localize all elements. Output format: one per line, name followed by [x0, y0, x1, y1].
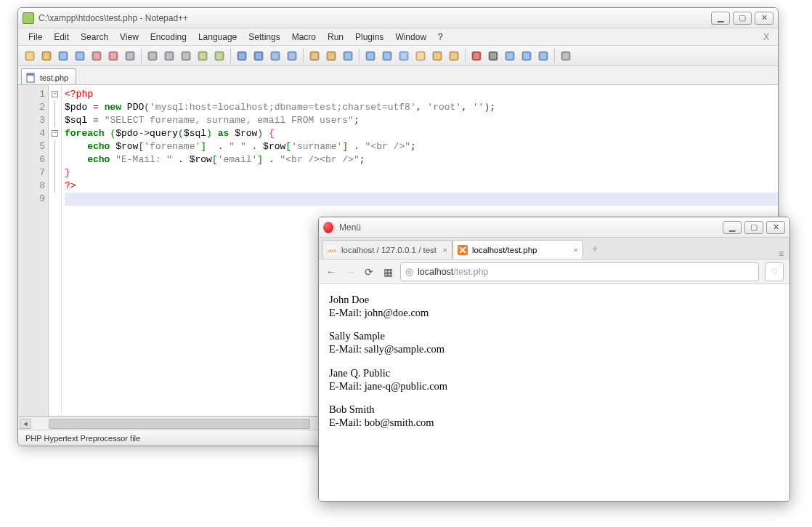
- open-file-icon[interactable]: [39, 49, 54, 63]
- code-line[interactable]: echo $row['forename'] . " " . $row['surn…: [65, 140, 778, 153]
- udl-icon[interactable]: [397, 49, 411, 63]
- npp-titlebar[interactable]: C:\xampp\htdocs\test.php - Notepad++ ▁ ▢…: [18, 8, 778, 28]
- svg-rect-59: [540, 53, 546, 59]
- scrollbar-thumb[interactable]: [49, 419, 310, 429]
- code-line[interactable]: $sql = "SELECT forename, surname, email …: [65, 114, 778, 127]
- fold-toggle-icon[interactable]: −: [52, 91, 58, 97]
- svg-rect-61: [563, 53, 569, 59]
- forward-button[interactable]: →: [344, 265, 357, 278]
- fold-guide: [54, 153, 55, 166]
- paste-icon[interactable]: [179, 49, 193, 63]
- speed-dial-button[interactable]: ▦: [381, 265, 394, 278]
- code-line[interactable]: [65, 193, 778, 206]
- menu-edit[interactable]: Edit: [48, 30, 75, 44]
- new-file-icon[interactable]: [23, 49, 37, 63]
- copy-icon[interactable]: [162, 49, 176, 63]
- fold-toggle-icon[interactable]: −: [52, 130, 58, 137]
- sync-h-icon[interactable]: [324, 49, 338, 63]
- opera-titlebar[interactable]: Menü ▁ ▢ ✕: [319, 217, 789, 238]
- line-number: 7: [18, 166, 45, 180]
- monitor-icon[interactable]: [559, 49, 573, 63]
- svg-rect-53: [490, 53, 496, 59]
- scroll-left-button[interactable]: ◄: [20, 419, 31, 429]
- url-field[interactable]: localhost/test.php: [418, 267, 754, 277]
- code-line[interactable]: $pdo = new PDO('mysql:host=localhost;dbn…: [65, 101, 778, 114]
- npp-menu-close-x[interactable]: X: [759, 32, 774, 42]
- svg-rect-9: [94, 53, 100, 59]
- zoom-out-icon[interactable]: [285, 49, 299, 63]
- line-number: 4: [18, 127, 45, 140]
- line-number: 2: [18, 101, 45, 114]
- cut-icon[interactable]: [145, 49, 160, 63]
- menu-file[interactable]: File: [23, 30, 48, 44]
- play-multi-icon[interactable]: [519, 49, 534, 63]
- menu-macro[interactable]: Macro: [286, 30, 322, 44]
- menu-view[interactable]: View: [114, 30, 145, 44]
- code-line[interactable]: }: [65, 166, 778, 180]
- browser-tab-active[interactable]: localhost/test.php×: [452, 240, 583, 259]
- tabs-menu-icon[interactable]: ≡: [779, 249, 784, 259]
- tab-close-icon[interactable]: ×: [573, 246, 578, 254]
- menu-settings[interactable]: Settings: [243, 30, 285, 44]
- opera-menu-button[interactable]: Menü: [339, 222, 361, 233]
- record-icon[interactable]: [469, 49, 484, 63]
- doc-map-icon[interactable]: [413, 49, 428, 63]
- folder-icon[interactable]: [447, 49, 461, 63]
- save-icon[interactable]: [56, 49, 70, 63]
- opera-close-button[interactable]: ✕: [766, 221, 785, 234]
- code-line[interactable]: <?php: [65, 88, 778, 101]
- browser-tab[interactable]: pMAlocalhost / 127.0.0.1 / test×: [322, 240, 452, 259]
- redo-icon[interactable]: [212, 49, 227, 63]
- toolbar-separator: [141, 49, 142, 63]
- result-record: John DoeE-Mail: john@doe.com: [329, 293, 779, 319]
- npp-tabstrip: test.php: [18, 66, 778, 85]
- save-all-icon[interactable]: [73, 49, 87, 63]
- fold-guide: [54, 101, 55, 114]
- opera-maximize-button[interactable]: ▢: [744, 221, 763, 234]
- svg-rect-47: [434, 53, 440, 59]
- result-email: E-Mail: sally@sample.com: [329, 342, 779, 355]
- npp-tab-active[interactable]: test.php: [21, 68, 76, 84]
- replace-icon[interactable]: [251, 49, 266, 63]
- fold-guide: [54, 114, 55, 127]
- opera-minimize-button[interactable]: ▁: [723, 221, 742, 234]
- menu-run[interactable]: Run: [322, 30, 349, 44]
- code-line[interactable]: echo "E-Mail: " . $row['email'] . "<br /…: [65, 153, 778, 166]
- func-list-icon[interactable]: [430, 49, 444, 63]
- indent-guide-icon[interactable]: [380, 49, 394, 63]
- back-button[interactable]: ←: [325, 265, 338, 278]
- menu-encoding[interactable]: Encoding: [145, 30, 192, 44]
- site-info-icon[interactable]: ◎: [405, 266, 413, 277]
- sync-v-icon[interactable]: [307, 49, 322, 63]
- bookmark-button[interactable]: ♡: [765, 262, 784, 281]
- url-field-wrapper[interactable]: ◎ localhost/test.php: [400, 262, 759, 281]
- menu-language[interactable]: Language: [192, 30, 243, 44]
- menu-search[interactable]: Search: [75, 30, 114, 44]
- play-icon[interactable]: [503, 49, 517, 63]
- menu-window[interactable]: Window: [389, 30, 432, 44]
- zoom-in-icon[interactable]: [268, 49, 283, 63]
- wrap-icon[interactable]: [341, 49, 355, 63]
- find-icon[interactable]: [235, 49, 249, 63]
- print-icon[interactable]: [123, 49, 137, 63]
- new-tab-button[interactable]: +: [586, 243, 604, 259]
- fold-guide: [54, 140, 55, 153]
- menu-[interactable]: ?: [432, 30, 449, 44]
- opera-logo-icon: [323, 222, 335, 233]
- npp-close-button[interactable]: ✕: [755, 12, 774, 25]
- close-file-icon[interactable]: [89, 49, 104, 63]
- reload-button[interactable]: ⟳: [362, 265, 375, 278]
- save-macro-icon[interactable]: [536, 49, 551, 63]
- result-email: E-Mail: john@doe.com: [329, 306, 779, 319]
- tab-close-icon[interactable]: ×: [442, 246, 447, 254]
- close-all-icon[interactable]: [106, 49, 121, 63]
- npp-title: C:\xampp\htdocs\test.php - Notepad++: [38, 13, 188, 23]
- whitespace-icon[interactable]: [363, 49, 378, 63]
- code-line[interactable]: foreach ($pdo->query($sql) as $row) {: [65, 127, 778, 140]
- npp-minimize-button[interactable]: ▁: [711, 12, 730, 25]
- npp-maximize-button[interactable]: ▢: [733, 12, 752, 25]
- code-line[interactable]: ?>: [65, 180, 778, 193]
- stop-icon[interactable]: [486, 49, 500, 63]
- undo-icon[interactable]: [195, 49, 210, 63]
- menu-plugins[interactable]: Plugins: [349, 30, 389, 44]
